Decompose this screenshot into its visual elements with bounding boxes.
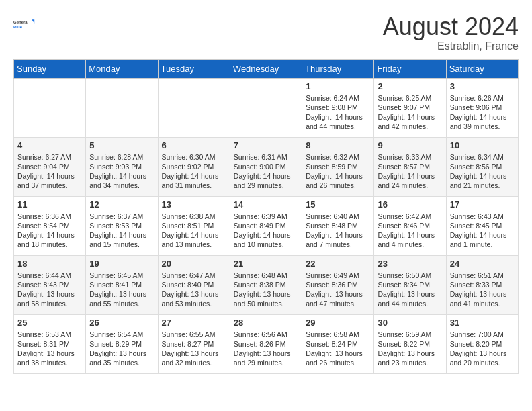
- calendar-cell: 16Sunrise: 6:42 AMSunset: 8:46 PMDayligh…: [374, 196, 446, 255]
- calendar-cell: 10Sunrise: 6:34 AMSunset: 8:56 PMDayligh…: [446, 137, 518, 196]
- calendar-table: SundayMondayTuesdayWednesdayThursdayFrid…: [13, 59, 519, 374]
- weekday-header-wednesday: Wednesday: [230, 59, 302, 78]
- day-info: Sunrise: 6:51 AMSunset: 8:33 PMDaylight:…: [450, 271, 515, 309]
- weekday-header-thursday: Thursday: [302, 59, 374, 78]
- weekday-header-saturday: Saturday: [446, 59, 518, 78]
- day-number: 29: [306, 318, 370, 328]
- day-number: 4: [17, 140, 82, 150]
- calendar-cell: 22Sunrise: 6:49 AMSunset: 8:36 PMDayligh…: [302, 255, 374, 314]
- calendar-week-4: 18Sunrise: 6:44 AMSunset: 8:43 PMDayligh…: [14, 255, 519, 314]
- calendar-cell: 2Sunrise: 6:25 AMSunset: 9:07 PMDaylight…: [374, 78, 446, 137]
- day-info: Sunrise: 6:43 AMSunset: 8:45 PMDaylight:…: [450, 212, 515, 250]
- day-info: Sunrise: 6:28 AMSunset: 9:03 PMDaylight:…: [89, 152, 154, 191]
- day-number: 31: [450, 318, 515, 328]
- day-number: 19: [89, 259, 154, 269]
- day-number: 9: [378, 140, 442, 150]
- day-info: Sunrise: 7:00 AMSunset: 8:20 PMDaylight:…: [450, 330, 515, 368]
- calendar-cell: 21Sunrise: 6:48 AMSunset: 8:38 PMDayligh…: [230, 255, 302, 314]
- calendar-cell: 14Sunrise: 6:39 AMSunset: 8:49 PMDayligh…: [230, 196, 302, 255]
- day-info: Sunrise: 6:55 AMSunset: 8:27 PMDaylight:…: [162, 330, 226, 368]
- calendar-cell: 4Sunrise: 6:27 AMSunset: 9:04 PMDaylight…: [14, 137, 86, 196]
- day-number: 27: [162, 318, 226, 328]
- day-info: Sunrise: 6:44 AMSunset: 8:43 PMDaylight:…: [17, 271, 82, 309]
- calendar-cell: 19Sunrise: 6:45 AMSunset: 8:41 PMDayligh…: [86, 255, 158, 314]
- logo: General Blue General Blue: [13, 13, 35, 35]
- calendar-cell: 17Sunrise: 6:43 AMSunset: 8:45 PMDayligh…: [446, 196, 518, 255]
- day-info: Sunrise: 6:45 AMSunset: 8:41 PMDaylight:…: [89, 271, 154, 309]
- day-info: Sunrise: 6:38 AMSunset: 8:51 PMDaylight:…: [162, 212, 226, 250]
- day-info: Sunrise: 6:47 AMSunset: 8:40 PMDaylight:…: [162, 271, 226, 309]
- day-number: 3: [450, 81, 515, 91]
- weekday-header-row: SundayMondayTuesdayWednesdayThursdayFrid…: [14, 59, 519, 78]
- day-info: Sunrise: 6:27 AMSunset: 9:04 PMDaylight:…: [17, 152, 82, 191]
- calendar-cell: 5Sunrise: 6:28 AMSunset: 9:03 PMDaylight…: [86, 137, 158, 196]
- calendar-cell: 31Sunrise: 7:00 AMSunset: 8:20 PMDayligh…: [446, 314, 518, 373]
- day-number: 10: [450, 140, 515, 150]
- svg-marker-2: [32, 19, 34, 24]
- day-number: 1: [306, 81, 370, 91]
- calendar-week-5: 25Sunrise: 6:53 AMSunset: 8:31 PMDayligh…: [14, 314, 519, 373]
- day-info: Sunrise: 6:30 AMSunset: 9:02 PMDaylight:…: [162, 152, 226, 191]
- calendar-cell: 7Sunrise: 6:31 AMSunset: 9:00 PMDaylight…: [230, 137, 302, 196]
- day-number: 7: [234, 140, 298, 150]
- weekday-header-friday: Friday: [374, 59, 446, 78]
- day-info: Sunrise: 6:58 AMSunset: 8:24 PMDaylight:…: [306, 330, 370, 368]
- calendar-cell: [158, 78, 230, 137]
- day-info: Sunrise: 6:26 AMSunset: 9:06 PMDaylight:…: [450, 93, 515, 132]
- day-number: 25: [17, 318, 82, 328]
- day-info: Sunrise: 6:33 AMSunset: 8:57 PMDaylight:…: [378, 152, 442, 191]
- calendar-cell: 6Sunrise: 6:30 AMSunset: 9:02 PMDaylight…: [158, 137, 230, 196]
- day-info: Sunrise: 6:36 AMSunset: 8:54 PMDaylight:…: [17, 212, 82, 250]
- page-header: General Blue General Blue August 2024 Es…: [13, 13, 519, 52]
- day-info: Sunrise: 6:24 AMSunset: 9:08 PMDaylight:…: [306, 93, 370, 132]
- day-number: 26: [89, 318, 154, 328]
- day-number: 6: [162, 140, 226, 150]
- day-info: Sunrise: 6:34 AMSunset: 8:56 PMDaylight:…: [450, 152, 515, 191]
- day-info: Sunrise: 6:59 AMSunset: 8:22 PMDaylight:…: [378, 330, 442, 368]
- weekday-header-sunday: Sunday: [14, 59, 86, 78]
- day-info: Sunrise: 6:37 AMSunset: 8:53 PMDaylight:…: [89, 212, 154, 250]
- day-number: 28: [234, 318, 298, 328]
- calendar-cell: 15Sunrise: 6:40 AMSunset: 8:48 PMDayligh…: [302, 196, 374, 255]
- calendar-cell: 23Sunrise: 6:50 AMSunset: 8:34 PMDayligh…: [374, 255, 446, 314]
- day-number: 5: [89, 140, 154, 150]
- logo-icon: General Blue: [13, 13, 35, 35]
- day-number: 2: [378, 81, 442, 91]
- day-info: Sunrise: 6:54 AMSunset: 8:29 PMDaylight:…: [89, 330, 154, 368]
- day-number: 18: [17, 259, 82, 269]
- day-info: Sunrise: 6:32 AMSunset: 8:59 PMDaylight:…: [306, 152, 370, 191]
- calendar-week-2: 4Sunrise: 6:27 AMSunset: 9:04 PMDaylight…: [14, 137, 519, 196]
- calendar-cell: 13Sunrise: 6:38 AMSunset: 8:51 PMDayligh…: [158, 196, 230, 255]
- day-number: 24: [450, 259, 515, 269]
- location: Estrablin, France: [383, 40, 519, 52]
- calendar-cell: 12Sunrise: 6:37 AMSunset: 8:53 PMDayligh…: [86, 196, 158, 255]
- day-number: 15: [306, 199, 370, 210]
- calendar-cell: 1Sunrise: 6:24 AMSunset: 9:08 PMDaylight…: [302, 78, 374, 137]
- calendar-cell: 24Sunrise: 6:51 AMSunset: 8:33 PMDayligh…: [446, 255, 518, 314]
- calendar-week-3: 11Sunrise: 6:36 AMSunset: 8:54 PMDayligh…: [14, 196, 519, 255]
- day-info: Sunrise: 6:50 AMSunset: 8:34 PMDaylight:…: [378, 271, 442, 309]
- day-number: 13: [162, 199, 226, 210]
- day-info: Sunrise: 6:53 AMSunset: 8:31 PMDaylight:…: [17, 330, 82, 368]
- title-block: August 2024 Estrablin, France: [383, 13, 519, 52]
- day-info: Sunrise: 6:31 AMSunset: 9:00 PMDaylight:…: [234, 152, 298, 191]
- calendar-cell: 30Sunrise: 6:59 AMSunset: 8:22 PMDayligh…: [374, 314, 446, 373]
- day-number: 16: [378, 199, 442, 210]
- calendar-cell: 27Sunrise: 6:55 AMSunset: 8:27 PMDayligh…: [158, 314, 230, 373]
- weekday-header-monday: Monday: [86, 59, 158, 78]
- day-number: 14: [234, 199, 298, 210]
- calendar-cell: 8Sunrise: 6:32 AMSunset: 8:59 PMDaylight…: [302, 137, 374, 196]
- month-year: August 2024: [383, 13, 519, 40]
- day-info: Sunrise: 6:49 AMSunset: 8:36 PMDaylight:…: [306, 271, 370, 309]
- calendar-cell: 11Sunrise: 6:36 AMSunset: 8:54 PMDayligh…: [14, 196, 86, 255]
- day-info: Sunrise: 6:25 AMSunset: 9:07 PMDaylight:…: [378, 93, 442, 132]
- day-number: 17: [450, 199, 515, 210]
- calendar-cell: 3Sunrise: 6:26 AMSunset: 9:06 PMDaylight…: [446, 78, 518, 137]
- day-info: Sunrise: 6:42 AMSunset: 8:46 PMDaylight:…: [378, 212, 442, 250]
- calendar-cell: 9Sunrise: 6:33 AMSunset: 8:57 PMDaylight…: [374, 137, 446, 196]
- svg-text:General: General: [13, 20, 29, 24]
- calendar-cell: [14, 78, 86, 137]
- day-info: Sunrise: 6:39 AMSunset: 8:49 PMDaylight:…: [234, 212, 298, 250]
- calendar-week-1: 1Sunrise: 6:24 AMSunset: 9:08 PMDaylight…: [14, 78, 519, 137]
- day-number: 20: [162, 259, 226, 269]
